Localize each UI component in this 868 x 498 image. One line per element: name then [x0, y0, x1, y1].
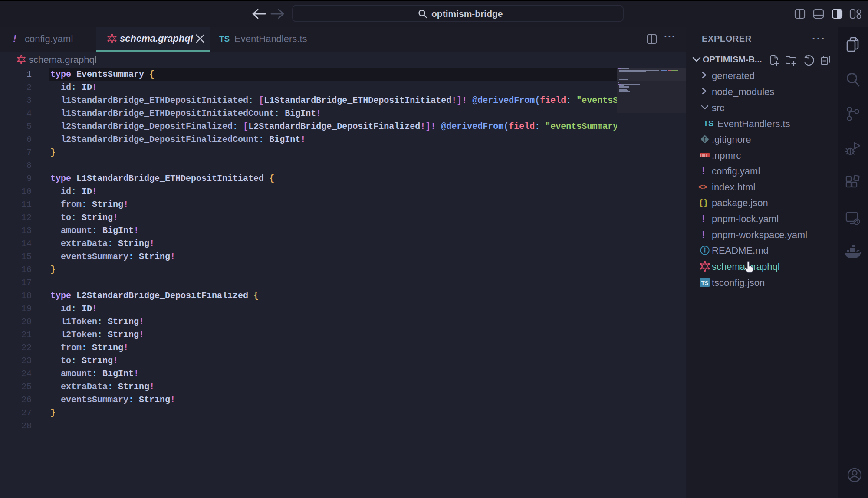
svg-text:TS: TS [701, 280, 709, 286]
